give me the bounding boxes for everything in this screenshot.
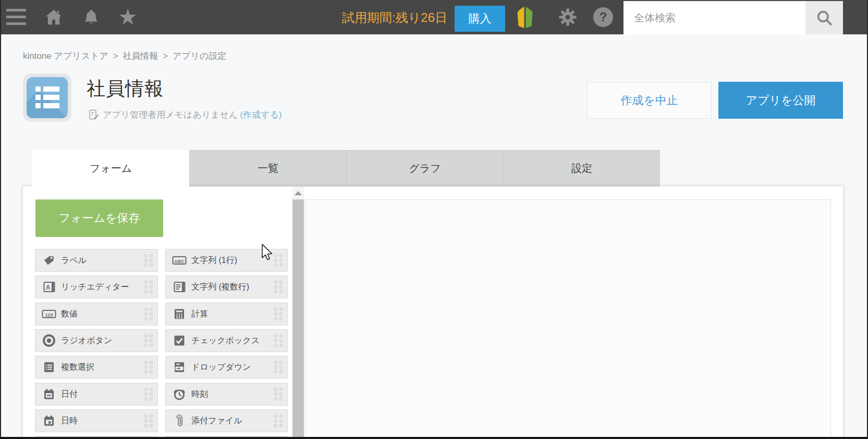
tab-settings[interactable]: 設定: [503, 150, 660, 186]
menu-icon[interactable]: [6, 9, 26, 26]
palette-field-tile[interactable]: Aリッチエディター: [35, 275, 158, 298]
palette-field-tile[interactable]: ラベル: [35, 249, 158, 272]
beginner-guide-icon[interactable]: [514, 6, 536, 28]
calendar-datetime-icon: [41, 415, 57, 427]
palette-field-tile[interactable]: 123数値: [35, 303, 158, 325]
chevron-up-icon: [295, 191, 302, 195]
palette-field-label: 文字列 (複数行): [191, 282, 249, 293]
drag-handle-icon[interactable]: [274, 415, 283, 427]
radio-button-icon: [41, 334, 57, 347]
memo-pencil-icon: [89, 109, 99, 120]
breadcrumb: kintone アプリストア > 社員情報 > アプリの設定: [23, 50, 228, 61]
palette-field-label: ラジオボタン: [61, 335, 112, 346]
palette-field-label: 文字列 (1行): [191, 255, 237, 266]
breadcrumb-app-settings[interactable]: アプリの設定: [173, 51, 227, 61]
svg-text:A: A: [45, 284, 50, 291]
abc-icon: ABC: [172, 254, 187, 267]
palette-field-tile[interactable]: 日時: [35, 409, 158, 432]
palette-field-label: ドロップダウン: [191, 362, 251, 373]
drag-handle-icon[interactable]: [144, 308, 153, 320]
drag-handle-icon[interactable]: [274, 281, 283, 293]
dropdown-icon: [172, 361, 187, 373]
settings-gear-icon[interactable]: [557, 6, 579, 28]
drag-handle-icon[interactable]: [144, 254, 153, 267]
breadcrumb-separator: >: [163, 51, 168, 61]
palette-field-label: 数値: [61, 309, 78, 320]
global-topbar: ★ 試用期間:残り26日 購入: [0, 0, 868, 34]
home-icon[interactable]: [43, 6, 65, 28]
search-input[interactable]: [624, 1, 805, 34]
save-form-button[interactable]: フォームを保存: [35, 199, 163, 237]
drag-handle-icon[interactable]: [274, 388, 283, 400]
app-icon: [23, 73, 71, 122]
palette-field-label: 計算: [191, 309, 208, 320]
cancel-creation-button[interactable]: 作成を中止: [587, 82, 712, 119]
buy-button[interactable]: 購入: [455, 6, 505, 32]
calendar-date-icon: [41, 388, 57, 400]
drag-handle-icon[interactable]: [144, 361, 153, 373]
tab-graph[interactable]: グラフ: [346, 150, 503, 186]
breadcrumb-app[interactable]: 社員情報: [123, 51, 158, 61]
tag-icon: [41, 254, 57, 267]
palette-field-label: 時刻: [191, 389, 208, 400]
palette-field-label: ラベル: [61, 255, 87, 266]
trial-period-label: 試用期間:残り26日: [282, 9, 447, 26]
tab-form[interactable]: フォーム: [32, 150, 189, 186]
admin-memo-row: アプリ管理者用メモはありません (作成する): [89, 108, 282, 121]
svg-text:123: 123: [45, 312, 53, 318]
palette-field-tile[interactable]: ラジオボタン: [35, 329, 158, 352]
publish-app-button[interactable]: アプリを公開: [718, 82, 843, 119]
palette-field-tile[interactable]: 文字列 (複数行): [165, 275, 288, 298]
search-icon: [815, 9, 833, 27]
window-border-left: [0, 0, 1, 439]
palette-field-tile[interactable]: チェックボックス: [165, 329, 288, 352]
global-search: [624, 1, 843, 34]
rich-editor-icon: A: [41, 281, 57, 293]
clock-icon: [172, 387, 187, 401]
mouse-cursor-icon: [262, 244, 273, 263]
tab-list[interactable]: 一覧: [189, 150, 346, 186]
admin-memo-text: アプリ管理者用メモはありません: [103, 109, 238, 121]
checkbox-icon: [172, 334, 187, 347]
palette-field-label: チェックボックス: [191, 335, 260, 346]
drag-handle-icon[interactable]: [144, 334, 153, 347]
page-title: 社員情報: [87, 76, 164, 102]
kintone-app-settings-page: ★ 試用期間:残り26日 購入: [0, 0, 868, 439]
form-canvas-dropzone[interactable]: [305, 199, 831, 439]
window-border-bottom: [0, 437, 868, 439]
list-glyph-icon: [35, 86, 59, 111]
drag-handle-icon[interactable]: [274, 308, 283, 320]
help-icon[interactable]: ?: [592, 6, 614, 28]
notifications-bell-icon[interactable]: [80, 6, 102, 28]
palette-field-label: 日時: [61, 416, 78, 427]
svg-text:?: ?: [600, 10, 607, 24]
palette-field-label: 日付: [61, 389, 78, 400]
drag-handle-icon[interactable]: [274, 254, 283, 267]
drag-handle-icon[interactable]: [274, 334, 283, 347]
drag-handle-icon[interactable]: [144, 415, 153, 427]
palette-field-label: 添付ファイル: [191, 416, 242, 427]
breadcrumb-app-store[interactable]: kintone アプリストア: [23, 51, 108, 61]
svg-text:ABC: ABC: [174, 259, 185, 264]
drag-handle-icon[interactable]: [144, 388, 153, 400]
palette-field-tile[interactable]: 時刻: [165, 383, 288, 406]
palette-field-tile[interactable]: 複数選択: [35, 356, 158, 379]
drag-handle-icon[interactable]: [144, 281, 153, 293]
paperclip-icon: [172, 413, 187, 428]
palette-field-tile[interactable]: 日付: [35, 383, 158, 406]
palette-field-tile[interactable]: ドロップダウン: [165, 356, 288, 379]
palette-field-tile[interactable]: 添付ファイル: [165, 409, 288, 432]
form-editor-card: フォームを保存 ラベルABC文字列 (1行)Aリッチエディター文字列 (複数行)…: [23, 186, 843, 439]
number-123-icon: 123: [41, 308, 57, 320]
multiline-text-icon: [172, 281, 187, 293]
favorites-star-icon[interactable]: ★: [117, 6, 139, 28]
scroll-up-button[interactable]: [292, 187, 304, 199]
palette-scrollbar-thumb[interactable]: [292, 199, 304, 437]
calculator-icon: [172, 308, 187, 320]
breadcrumb-separator: >: [113, 51, 118, 61]
palette-field-label: 複数選択: [61, 362, 94, 373]
memo-create-link[interactable]: (作成する): [240, 109, 282, 121]
palette-field-tile[interactable]: 計算: [165, 303, 288, 325]
search-button[interactable]: [805, 1, 843, 34]
drag-handle-icon[interactable]: [274, 361, 283, 373]
